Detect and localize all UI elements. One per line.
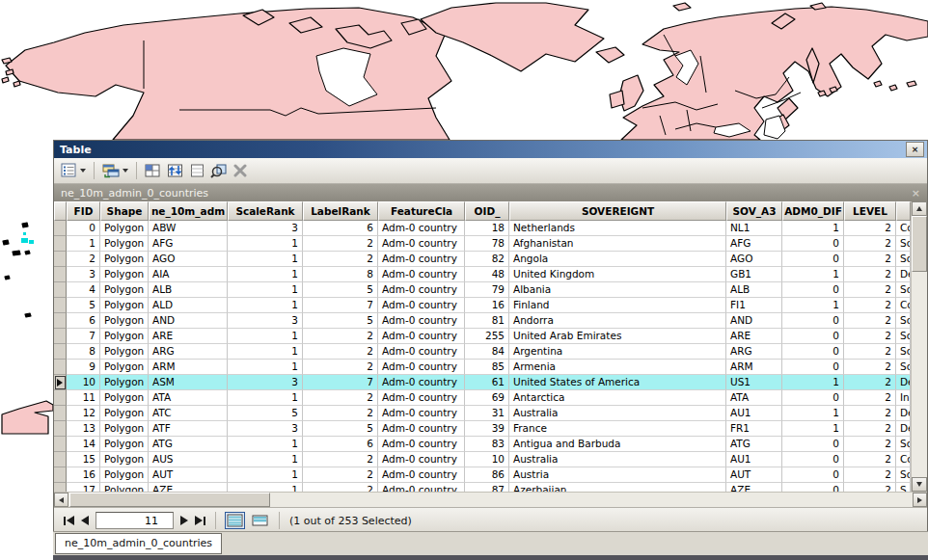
table-cell[interactable]: Polygon — [100, 360, 149, 375]
table-cell[interactable]: 83 — [465, 437, 509, 452]
table-cell[interactable]: Polygon — [100, 221, 149, 236]
table-cell[interactable]: FI1 — [726, 298, 782, 313]
table-cell[interactable]: So — [896, 467, 911, 483]
table-cell[interactable]: 9 — [67, 360, 100, 375]
table-cell[interactable]: De — [896, 406, 911, 421]
column-header[interactable]: FeatureCla — [378, 201, 465, 221]
table-cell[interactable]: Polygon — [100, 236, 149, 252]
table-cell[interactable]: 1 — [228, 452, 303, 467]
table-cell[interactable]: Argentina — [509, 344, 726, 360]
table-cell[interactable]: Adm-0 country — [378, 252, 465, 267]
table-cell[interactable]: 31 — [465, 406, 509, 421]
table-cell[interactable]: Antarctica — [509, 390, 726, 406]
table-cell[interactable]: Netherlands — [509, 221, 726, 236]
table-cell[interactable]: 2 — [844, 390, 896, 406]
table-cell[interactable]: 2 — [303, 360, 378, 375]
table-cell[interactable]: ATA — [149, 390, 228, 406]
column-header[interactable]: Shape — [100, 201, 149, 221]
table-cell[interactable]: Polygon — [100, 467, 149, 483]
table-cell[interactable]: 3 — [228, 421, 303, 437]
zoom-to-selected-button[interactable] — [209, 162, 229, 179]
table-cell[interactable]: AFG — [726, 236, 782, 252]
row-selector[interactable] — [54, 483, 67, 492]
table-cell[interactable]: AIA — [149, 267, 228, 282]
table-cell[interactable]: 2 — [844, 298, 896, 313]
table-cell[interactable]: ARM — [149, 360, 228, 375]
select-by-attributes-button[interactable] — [144, 162, 162, 179]
table-cell[interactable]: 10 — [67, 375, 100, 390]
row-selector[interactable] — [54, 344, 67, 360]
table-cell[interactable]: 8 — [67, 344, 100, 360]
table-cell[interactable]: 3 — [228, 221, 303, 236]
table-cell[interactable]: AND — [726, 313, 782, 329]
table-cell[interactable]: Adm-0 country — [378, 221, 465, 236]
table-cell[interactable]: 1 — [228, 390, 303, 406]
table-cell[interactable]: 2 — [844, 236, 896, 252]
table-tab[interactable]: ne_10m_admin_0_countries — [55, 533, 222, 554]
table-cell[interactable]: United Kingdom — [509, 267, 726, 282]
scroll-up-button[interactable] — [912, 201, 927, 216]
table-cell[interactable]: 2 — [844, 467, 896, 483]
table-cell[interactable]: 2 — [303, 344, 378, 360]
table-cell[interactable]: 2 — [844, 344, 896, 360]
table-cell[interactable]: FR1 — [726, 421, 782, 437]
table-cell[interactable]: ARE — [726, 329, 782, 344]
table-cell[interactable]: Armenia — [509, 360, 726, 375]
clear-selection-button[interactable] — [189, 162, 205, 179]
table-cell[interactable]: AND — [149, 313, 228, 329]
table-cell[interactable]: 5 — [67, 298, 100, 313]
table-cell[interactable]: Polygon — [100, 267, 149, 282]
row-selector[interactable] — [54, 467, 67, 483]
previous-record-button[interactable] — [81, 516, 89, 525]
table-cell[interactable]: Adm-0 country — [378, 483, 465, 492]
row-selector[interactable] — [54, 421, 67, 437]
table-cell[interactable]: 0 — [782, 483, 844, 492]
table-cell[interactable]: Adm-0 country — [378, 236, 465, 252]
table-cell[interactable]: 2 — [303, 483, 378, 492]
table-cell[interactable]: Adm-0 country — [378, 313, 465, 329]
last-record-button[interactable] — [195, 516, 205, 525]
table-window-titlebar[interactable]: Table × — [54, 141, 927, 158]
column-header[interactable]: OID_ — [465, 201, 509, 221]
table-cell[interactable]: 2 — [844, 282, 896, 298]
table-cell[interactable]: 18 — [465, 221, 509, 236]
table-cell[interactable]: 1 — [782, 267, 844, 282]
table-cell[interactable]: 15 — [67, 452, 100, 467]
table-cell[interactable]: 84 — [465, 344, 509, 360]
table-cell[interactable]: 4 — [67, 282, 100, 298]
table-cell[interactable]: Adm-0 country — [378, 375, 465, 390]
table-cell[interactable]: 0 — [782, 452, 844, 467]
table-cell[interactable]: Polygon — [100, 298, 149, 313]
table-cell[interactable]: ARG — [726, 344, 782, 360]
table-cell[interactable]: S — [896, 483, 911, 492]
table-cell[interactable]: Polygon — [100, 390, 149, 406]
horizontal-scroll-thumb[interactable] — [69, 493, 270, 507]
table-cell[interactable]: Polygon — [100, 406, 149, 421]
table-cell[interactable]: 1 — [228, 298, 303, 313]
table-cell[interactable]: 13 — [67, 421, 100, 437]
table-cell[interactable]: Afghanistan — [509, 236, 726, 252]
table-cell[interactable]: Adm-0 country — [378, 421, 465, 437]
related-tables-button[interactable] — [101, 162, 129, 179]
switch-selection-button[interactable] — [166, 162, 185, 179]
table-cell[interactable]: 2 — [67, 252, 100, 267]
table-cell[interactable]: ATG — [726, 437, 782, 452]
table-cell[interactable]: 2 — [844, 406, 896, 421]
table-cell[interactable]: 2 — [844, 483, 896, 492]
next-record-button[interactable] — [180, 516, 188, 525]
table-cell[interactable]: AU1 — [726, 406, 782, 421]
table-cell[interactable]: Polygon — [100, 421, 149, 437]
table-cell[interactable]: NL1 — [726, 221, 782, 236]
row-selector[interactable] — [54, 282, 67, 298]
table-cell[interactable]: ATA — [726, 390, 782, 406]
column-header[interactable]: ADM0_DIF — [782, 201, 844, 221]
table-cell[interactable]: Albania — [509, 282, 726, 298]
table-cell[interactable]: 6 — [303, 437, 378, 452]
table-cell[interactable]: Adm-0 country — [378, 452, 465, 467]
row-selector[interactable] — [54, 236, 67, 252]
table-cell[interactable]: 69 — [465, 390, 509, 406]
table-cell[interactable]: GB1 — [726, 267, 782, 282]
vertical-scrollbar[interactable] — [911, 201, 927, 492]
table-cell[interactable]: ARG — [149, 344, 228, 360]
table-cell[interactable]: 1 — [67, 236, 100, 252]
